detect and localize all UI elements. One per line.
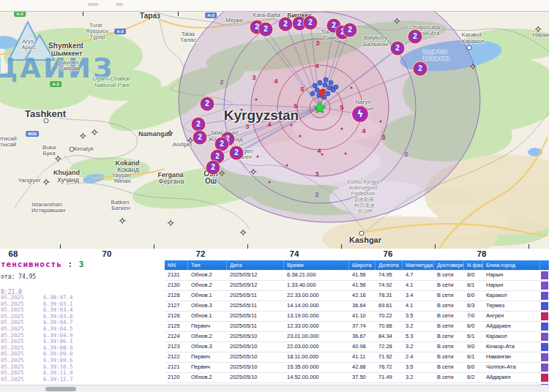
- map[interactable]: ЦАИИЗ KyrgyzstanTashkentShymkentШымкентS…: [0, 12, 549, 249]
- table-row[interactable]: 2126Обнов.12025/05/1113.19.00.00041.1070…: [165, 312, 549, 322]
- table-row[interactable]: 2120Обнов.22025/05/1014.52.00.00037.5071…: [165, 373, 549, 383]
- quake-marker[interactable]: 2: [193, 131, 207, 145]
- table-header-cell[interactable]: Долгота: [376, 260, 403, 270]
- table-cell: Обнов.2: [188, 332, 227, 342]
- table-cell: 74.92: [376, 281, 403, 290]
- aftershock-dot: [241, 109, 243, 111]
- table-header-cell[interactable]: Широта: [349, 260, 376, 270]
- quake-marker[interactable]: 2: [414, 62, 427, 76]
- ring-intensity-label: 3: [315, 40, 319, 47]
- table-cell: Нарын: [483, 281, 540, 290]
- table-row[interactable]: 2123Обнов.32025/05/1022.03.00.00040.9872…: [165, 342, 549, 353]
- aftershock-dot: [341, 128, 343, 130]
- table-cell: 22.03.00.000: [284, 342, 349, 352]
- ring-intensity-label: 4: [315, 63, 318, 69]
- longitude-axis-label: 70: [102, 249, 112, 258]
- table-cell: В сети: [434, 353, 464, 362]
- road-badge: A-2: [14, 12, 26, 17]
- table-header-cell[interactable]: Достоверность: [434, 260, 464, 270]
- table-cell: Первич: [188, 363, 227, 372]
- road-badge: A-2: [205, 12, 217, 18]
- ring-intensity-label: 3: [245, 124, 249, 130]
- table-row[interactable]: 2121Первич2025/05/1015.35.00.00042.8876.…: [165, 363, 549, 373]
- axis-tick: [178, 12, 179, 16]
- table-cell: 13.19.00.000: [284, 312, 349, 321]
- table-cell: 6/3: [464, 301, 483, 311]
- aftershock-dot: [291, 124, 293, 127]
- table-cell: 2025/05/10: [227, 363, 284, 372]
- city-label: Шымкент: [51, 50, 83, 57]
- ring-intensity-label: 3: [252, 75, 255, 81]
- scrollbar-thumb[interactable]: [45, 387, 76, 391]
- quake-marker[interactable]: 2: [192, 118, 206, 132]
- event-time-row: 05.20256.39:12.7: [1, 377, 73, 383]
- table-header-cell[interactable]: Дата: [227, 260, 284, 270]
- city-dot: [359, 231, 365, 236]
- table-cell: 1.33.40.000: [284, 281, 349, 290]
- quake-marker[interactable]: 2: [201, 97, 214, 111]
- ring-intensity-label: 3: [315, 171, 318, 178]
- table-row[interactable]: 2127Обнов.32025/05/1114.14.00.00036.6469…: [165, 301, 549, 312]
- quake-marker[interactable]: 2: [391, 42, 405, 56]
- table-cell: 78.31: [376, 291, 403, 301]
- magnitude-color-cell: [540, 312, 549, 321]
- lightning-marker[interactable]: ϟ: [352, 106, 368, 122]
- quake-marker[interactable]: 2: [230, 146, 244, 160]
- longitude-axis-label: 68: [9, 249, 18, 258]
- ring-intensity-label: 5: [294, 103, 297, 110]
- table-cell: Айдаркен: [483, 373, 540, 382]
- table-cell: Обнов.2: [188, 281, 227, 290]
- table-cell: 8/1: [464, 281, 483, 290]
- quake-marker[interactable]: 2: [206, 161, 220, 175]
- table-cell: 22.33.00.000: [284, 291, 349, 301]
- table-header-cell[interactable]: Ближ.город: [483, 260, 540, 270]
- table-header-cell[interactable]: Время: [284, 260, 349, 270]
- table-cell: 6/1: [464, 353, 483, 362]
- table-row[interactable]: 2130Обнов.22025/05/121.33.40.00041.5674.…: [165, 281, 549, 291]
- table-row[interactable]: 2128Обнов.12025/05/1122.33.00.00042.1678…: [165, 291, 549, 301]
- table-header-cell[interactable]: N фаз: [464, 260, 483, 270]
- magnitude-color-cell: [540, 271, 549, 280]
- city-dot: [44, 118, 49, 124]
- table-row[interactable]: 2131Обнов.22025/05/126.38.21.00041.5674.…: [165, 271, 549, 281]
- city-label: 克孜勒苏: [354, 197, 374, 202]
- table-cell: Первич: [188, 322, 227, 331]
- city-label: Мерки: [225, 18, 243, 23]
- quake-marker[interactable]: 2: [304, 16, 318, 30]
- quake-marker[interactable]: 2: [408, 30, 422, 44]
- table-cell: 6/1: [464, 332, 483, 342]
- table-row[interactable]: 2124Обнов.22025/05/1023.01.00.00036.6784…: [165, 332, 549, 342]
- table-cell: 2025/05/10: [227, 332, 284, 342]
- table-header-cell[interactable]: Тип: [188, 260, 227, 270]
- table-cell: 37.50: [349, 373, 376, 382]
- intensity-value: 3: [79, 260, 85, 269]
- quake-marker[interactable]: 2: [259, 23, 273, 37]
- table-cell: В сети: [434, 281, 464, 290]
- quake-marker[interactable]: 2: [279, 18, 293, 31]
- table-cell: 6/0: [464, 363, 483, 372]
- city-label: Kizilsu Kyrgyz: [347, 179, 379, 184]
- city-label: Kashgar: [349, 236, 381, 244]
- ring-intensity-label: 4: [267, 121, 271, 128]
- table-row[interactable]: 2122Первич2025/05/1018.11.00.00041.1171.…: [165, 353, 549, 363]
- city-label: Каракол: [462, 39, 485, 45]
- table-cell: Ангрен: [483, 312, 540, 321]
- magnitude-color-cell: [540, 373, 549, 382]
- city-label: Талас: [180, 37, 196, 43]
- quake-marker[interactable]: 2: [343, 23, 357, 37]
- table-cell: В сети: [434, 271, 464, 280]
- table-cell: 2025/05/11: [227, 322, 284, 331]
- h-scrollbar[interactable]: [0, 385, 549, 392]
- table-header-cell: [540, 260, 549, 270]
- table-row[interactable]: 2125Первич2025/05/1112.33.00.00037.7470.…: [165, 322, 549, 332]
- city-label: Kara-Balta: [253, 12, 280, 18]
- table-header-cell[interactable]: NN: [165, 260, 188, 270]
- table-header-cell[interactable]: Магнитуда: [403, 260, 434, 270]
- station-star-icon: ✧: [165, 127, 174, 139]
- table-cell: Каракол: [483, 291, 540, 301]
- magnitude-color-cell: [540, 322, 549, 331]
- table-cell: Кочкор-Ата: [483, 342, 540, 352]
- station-star-icon: ✧: [78, 130, 87, 142]
- table-cell: 14.52.00.000: [284, 373, 349, 382]
- window-toolbar: [0, 0, 549, 12]
